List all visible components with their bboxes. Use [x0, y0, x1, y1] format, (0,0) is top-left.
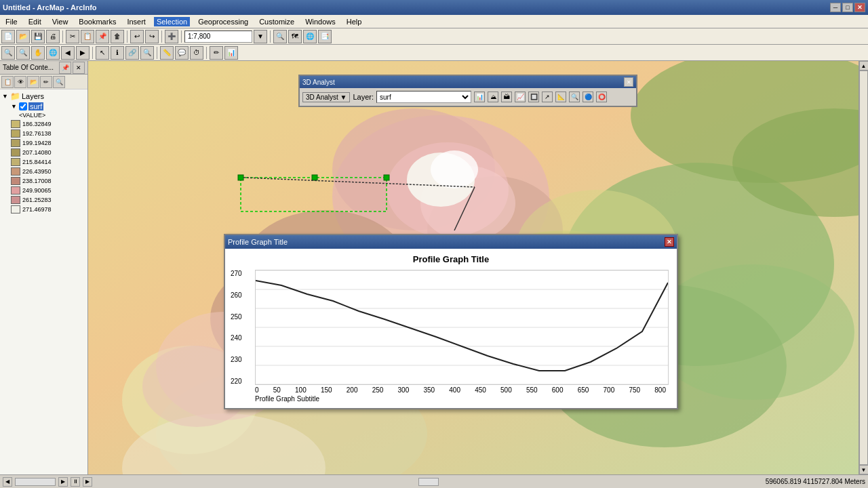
dialog-close-btn[interactable]: ✕ [665, 237, 674, 247]
analyst-icon-9[interactable]: 🔵 [583, 92, 593, 102]
surf-label[interactable]: surf [28, 102, 43, 110]
analyst-icon-10[interactable]: ⭕ [596, 92, 607, 102]
menu-view[interactable]: View [50, 17, 71, 26]
cut-btn[interactable]: ✂ [66, 30, 79, 43]
delete-btn[interactable]: 🗑 [111, 30, 124, 43]
analyst-icon-2[interactable]: ⛰ [488, 92, 498, 102]
svg-point-12 [651, 264, 854, 400]
svg-point-7 [431, 150, 478, 188]
copy-btn[interactable]: 📋 [81, 30, 94, 43]
scroll-track-right[interactable] [859, 70, 868, 465]
find-btn[interactable]: 🔍 [140, 46, 154, 60]
magnify-btn[interactable]: 🔍 [273, 30, 287, 43]
full-extent-btn[interactable]: 🌐 [46, 46, 60, 60]
undo-btn[interactable]: ↩ [130, 30, 144, 43]
x-750: 750 [629, 386, 640, 394]
menu-geoprocessing[interactable]: Geoprocessing [195, 17, 251, 26]
toc-source-btn[interactable]: 📂 [27, 76, 39, 88]
paste-btn[interactable]: 📌 [96, 30, 109, 43]
x-300: 300 [398, 386, 410, 394]
toc-pin-btn[interactable]: 📌 [59, 62, 71, 74]
x-500: 500 [500, 386, 512, 394]
y-label-250: 250 [231, 313, 242, 321]
analyst-close-btn[interactable]: ✕ [624, 77, 633, 87]
menu-customize[interactable]: Customize [256, 17, 297, 26]
analyst-icon-1[interactable]: 📊 [474, 92, 485, 102]
menu-insert[interactable]: Insert [124, 17, 149, 26]
status-scroll-indicator[interactable] [418, 478, 439, 486]
toc-drawing-btn[interactable]: ✏ [40, 76, 52, 88]
analyst-icon-4[interactable]: 📈 [515, 92, 526, 102]
add-data-btn[interactable]: ➕ [165, 30, 178, 43]
layers-expand[interactable]: ▼ [2, 93, 9, 100]
x-100: 100 [295, 386, 307, 394]
status-bar: ◀ ▶ ⏸ ▶ 596065.819 4115727.804 Meters [0, 474, 868, 488]
layer-btn[interactable]: 📑 [318, 30, 332, 43]
legend-item-1: 192.76138 [1, 129, 86, 138]
hyperlink-btn[interactable]: 🔗 [125, 46, 139, 60]
attr-table-btn[interactable]: 📊 [224, 46, 238, 60]
measure-btn[interactable]: 📏 [160, 46, 174, 60]
menu-selection[interactable]: Selection [154, 17, 190, 26]
dialog-title: Profile Graph Title [228, 238, 288, 246]
globe-btn[interactable]: 🌐 [303, 30, 317, 43]
open-btn[interactable]: 📂 [16, 30, 30, 43]
toc-search-btn[interactable]: 🔍 [53, 76, 65, 88]
identify-btn[interactable]: ℹ [111, 46, 124, 60]
surf-visibility[interactable] [19, 102, 27, 110]
legend-item-4: 215.84414 [1, 157, 86, 167]
forward-btn[interactable]: ▶ [76, 46, 90, 60]
map-tools-btn[interactable]: 🗺 [288, 30, 302, 43]
select-btn[interactable]: ↖ [96, 46, 109, 60]
legend-color-1 [11, 129, 20, 138]
status-pause-btn[interactable]: ⏸ [71, 477, 80, 487]
zoom-out-btn[interactable]: 🔍 [16, 46, 30, 60]
layer-select[interactable]: surf [376, 91, 471, 103]
analyst-dropdown-btn[interactable]: 3D Analyst ▼ [302, 92, 350, 102]
coordinates-display: 596065.819 4115727.804 Meters [766, 478, 865, 485]
toc-list-btn[interactable]: 📋 [1, 76, 14, 88]
menu-edit[interactable]: Edit [26, 17, 44, 26]
new-btn[interactable]: 📄 [1, 30, 15, 43]
redo-btn[interactable]: ↪ [145, 30, 159, 43]
analyst-icon-5[interactable]: 🔲 [528, 92, 539, 102]
zoom-in-btn[interactable]: 🔍 [1, 46, 15, 60]
analyst-icon-3[interactable]: 🏔 [501, 92, 512, 102]
print-btn[interactable]: 🖨 [46, 30, 60, 43]
analyst-icon-7[interactable]: 📐 [555, 92, 566, 102]
toc-title: Table Of Conte... [3, 64, 54, 71]
close-button[interactable]: ✕ [854, 3, 865, 12]
scroll-up-btn[interactable]: ▲ [859, 61, 869, 70]
map-tips-btn[interactable]: 💬 [175, 46, 189, 60]
map-area[interactable]: 3D Analyst ✕ 3D Analyst ▼ Layer: surf 📊 … [88, 61, 859, 474]
scroll-down-btn[interactable]: ▼ [859, 465, 869, 474]
legend-text-2: 199.19428 [22, 140, 52, 146]
analyst-titlebar: 3D Analyst ✕ [300, 76, 636, 88]
time-slider-btn[interactable]: ⏱ [190, 46, 203, 60]
toc-visible-btn[interactable]: 👁 [14, 76, 26, 88]
status-right-btn[interactable]: ▶ [83, 477, 92, 487]
menu-file[interactable]: File [3, 17, 20, 26]
pan-btn[interactable]: ✋ [31, 46, 45, 60]
sep4 [181, 30, 182, 43]
surf-expand[interactable]: ▼ [11, 103, 18, 110]
legend-item-3: 207.14080 [1, 148, 86, 157]
legend-color-3 [11, 148, 20, 157]
x-700: 700 [604, 386, 615, 394]
save-btn[interactable]: 💾 [31, 30, 45, 43]
toc-close-btn[interactable]: ✕ [73, 62, 85, 74]
menu-bookmarks[interactable]: Bookmarks [76, 17, 119, 26]
minimize-button[interactable]: ─ [830, 3, 841, 12]
status-play-btn[interactable]: ▶ [58, 477, 68, 487]
back-btn[interactable]: ◀ [61, 46, 75, 60]
scale-dropdown[interactable]: ▼ [254, 30, 267, 43]
analyst-icon-6[interactable]: ↗ [542, 92, 553, 102]
scale-input[interactable] [184, 30, 252, 43]
menu-help[interactable]: Help [344, 17, 365, 26]
toc-header: Table Of Conte... 📌 ✕ [0, 61, 87, 75]
create-features-btn[interactable]: ✏ [210, 46, 223, 60]
menu-windows[interactable]: Windows [302, 17, 338, 26]
maximize-button[interactable]: □ [842, 3, 853, 12]
analyst-icon-8[interactable]: 🔍 [569, 92, 580, 102]
status-left-btn[interactable]: ◀ [3, 477, 12, 487]
